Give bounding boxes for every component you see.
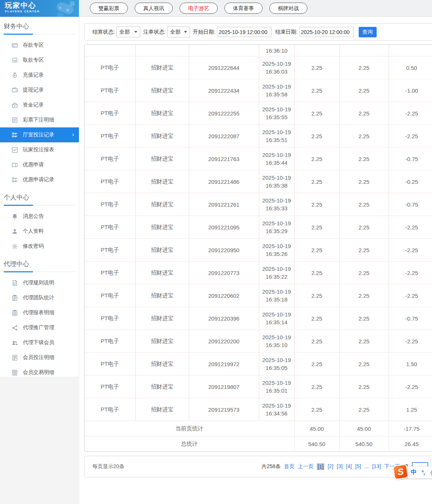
cell-order-no: 2091221486 bbox=[189, 170, 259, 193]
sidebar-item-promo-apply[interactable]: 优惠申请 bbox=[0, 157, 79, 172]
sidebar-item-notice[interactable]: 消息公告 bbox=[0, 209, 79, 224]
page-number-current[interactable]: [1] bbox=[317, 463, 324, 470]
sidebar-item-promo-apply-record[interactable]: 优惠申请记录 bbox=[0, 172, 79, 187]
start-date-label: 开始日期: bbox=[193, 29, 215, 35]
cell-valid: 2.25 bbox=[339, 375, 389, 398]
document-icon bbox=[11, 279, 18, 286]
cell-game: PT电子 bbox=[85, 330, 135, 353]
sidebar-item-funds-record[interactable]: 资金记录 bbox=[0, 98, 79, 112]
page-number[interactable]: [13] bbox=[372, 463, 381, 470]
cell-game: PT电子 bbox=[85, 307, 135, 330]
sogou-logo-icon[interactable]: S bbox=[393, 464, 409, 480]
ime-language-toggle[interactable]: 中 bbox=[411, 469, 417, 476]
cell-winloss: -2.25 bbox=[389, 216, 432, 239]
tab-lottery[interactable]: 雙赢彩票 bbox=[90, 3, 128, 14]
sidebar-item-agent-rules[interactable]: 代理规则说明 bbox=[0, 275, 79, 290]
end-date-label: 结束日期: bbox=[275, 29, 298, 35]
page-number[interactable]: [3] bbox=[337, 463, 343, 470]
sidebar-item-password[interactable]: 修改密码 bbox=[0, 239, 79, 254]
sidebar-item-deposit[interactable]: 存款专区 bbox=[0, 38, 79, 53]
sidebar-item-hall-bet-record[interactable]: 厅室投注记录› bbox=[0, 127, 79, 142]
tab-slots[interactable]: 电子游艺 bbox=[180, 3, 218, 14]
cell-winloss: 1.25 bbox=[389, 398, 432, 421]
document-list-icon bbox=[11, 354, 18, 361]
tab-sports[interactable]: 体育赛事 bbox=[224, 3, 263, 14]
cell-product: 招财进宝 bbox=[135, 375, 189, 398]
chevron-right-icon: › bbox=[72, 132, 74, 137]
sidebar-item-label: 代理规则说明 bbox=[23, 279, 54, 286]
table-row: PT电子招财进宝20912217632025-10-1916:35:442.25… bbox=[85, 148, 432, 170]
sidebar-item-label: 会员交易明细 bbox=[23, 369, 54, 376]
bank-icon bbox=[11, 102, 18, 108]
withdraw-hand-icon bbox=[11, 57, 18, 64]
cell-bet: 2.25 bbox=[294, 353, 339, 375]
cell-bet: 2.25 bbox=[294, 216, 339, 239]
order-status-label: 注单状态: bbox=[143, 29, 166, 35]
cell-order-no: 2091220200 bbox=[189, 330, 259, 353]
cell-order-no: 2091221763 bbox=[189, 148, 259, 170]
sidebar-item-profile[interactable]: 个人资料 bbox=[0, 224, 79, 239]
cell-valid: 2.25 bbox=[339, 284, 389, 307]
cell-valid: 2.25 bbox=[339, 262, 389, 284]
cell-game: PT电子 bbox=[85, 170, 135, 193]
sidebar-item-withdraw[interactable]: 取款专区 bbox=[0, 53, 79, 68]
table-row: PT电子招财进宝20912203962025-10-1916:35:142.25… bbox=[85, 307, 432, 330]
tab-board-games[interactable]: 棋牌对战 bbox=[269, 3, 307, 14]
page-number[interactable]: [2] bbox=[328, 463, 334, 470]
page-first-link[interactable]: 首页 bbox=[284, 463, 294, 470]
document-lines-icon bbox=[11, 117, 18, 123]
sidebar-item-member-bet-detail[interactable]: 会员投注明细 bbox=[0, 350, 79, 365]
sidebar-item-lottery-bet-detail[interactable]: 彩票下注明细 bbox=[0, 112, 79, 127]
cell-product: 招财进宝 bbox=[135, 170, 189, 193]
cell-game: PT电子 bbox=[85, 79, 135, 102]
cell-date: 2025-10-1916:35:10 bbox=[259, 330, 294, 353]
table-row: PT电子招财进宝20912212612025-10-1916:35:332.25… bbox=[85, 193, 432, 216]
settle-status-select[interactable]: 全部 bbox=[116, 27, 140, 37]
sidebar-item-recharge-record[interactable]: 充值记录 bbox=[0, 68, 79, 83]
cell-winloss: -2.25 bbox=[389, 375, 432, 398]
stats-valid: 540.50 bbox=[339, 436, 389, 452]
cell-date: 2025-10-1916:35:58 bbox=[259, 79, 294, 102]
table-row: PT电子招财进宝20912195732025-10-1916:34:562.25… bbox=[85, 398, 432, 421]
cell-bet: 2.25 bbox=[294, 398, 339, 421]
sidebar-item-label: 提现记录 bbox=[23, 87, 44, 93]
page-number[interactable]: [5] bbox=[355, 463, 361, 470]
cell-winloss: -2.25 bbox=[389, 125, 432, 148]
page-prev-link[interactable]: 上一页 bbox=[298, 463, 313, 470]
sidebar-item-member-trade-detail[interactable]: 会员交易明细 bbox=[0, 365, 79, 380]
query-button[interactable]: 查询 bbox=[359, 27, 377, 37]
filter-bar: 结算状态: 全部 注单状态: 全部 开始日期: 结束日期: 查询 bbox=[84, 23, 432, 41]
table-row: PT电子招财进宝20912226442025-10-1916:36:032.25… bbox=[85, 56, 432, 79]
tab-live[interactable]: 真人视讯 bbox=[135, 3, 173, 14]
clipboard-report-icon bbox=[11, 309, 18, 316]
ime-punctuation-toggle[interactable]: °, bbox=[422, 469, 425, 476]
sidebar-item-agent-promote[interactable]: 代理推广管理 bbox=[0, 320, 79, 335]
cell-date: 2025-10-1916:36:03 bbox=[259, 56, 294, 79]
deposit-card-icon bbox=[11, 42, 18, 49]
cell-order-no: 2091220396 bbox=[189, 307, 259, 330]
sidebar-item-label: 优惠申请记录 bbox=[23, 176, 54, 183]
sidebar-item-label: 厅室投注记录 bbox=[23, 132, 54, 138]
chevron-down-icon bbox=[134, 31, 137, 33]
page-ellipsis: ... bbox=[364, 463, 369, 470]
microphone-icon[interactable] bbox=[429, 470, 432, 476]
order-status-select[interactable]: 全部 bbox=[167, 27, 190, 37]
start-date-input[interactable] bbox=[217, 27, 272, 37]
sidebar-item-agent-report-detail[interactable]: 代理报表明细 bbox=[0, 305, 79, 320]
cell-bet: 2.25 bbox=[294, 262, 339, 284]
sidebar-item-agent-members[interactable]: 代理下级会员 bbox=[0, 335, 79, 350]
page-number[interactable]: [4] bbox=[346, 463, 352, 470]
cell-game: PT电子 bbox=[85, 216, 135, 239]
end-date-input[interactable] bbox=[299, 27, 354, 37]
sidebar-item-label: 消息公告 bbox=[23, 213, 44, 220]
sidebar-item-agent-team-stats[interactable]: 代理团队统计 bbox=[0, 290, 79, 305]
table-row: PT电子招财进宝20912199722025-10-1916:35:052.25… bbox=[85, 353, 432, 375]
total-count: 共258条 bbox=[261, 463, 281, 470]
bet-records-table: 16:36:10PT电子招财进宝20912226442025-10-1916:3… bbox=[84, 44, 432, 452]
sidebar-item-player-bet-report[interactable]: 玩家投注报表 bbox=[0, 142, 79, 157]
cell-bet: 2.25 bbox=[294, 330, 339, 353]
category-tabbar: 雙赢彩票真人视讯电子游艺体育赛事棋牌对战 bbox=[79, 0, 432, 17]
cell-winloss: -2.25 bbox=[389, 102, 432, 125]
cell-order-no: 2091222644 bbox=[189, 56, 259, 79]
sidebar-item-withdraw-record[interactable]: 提现记录 bbox=[0, 83, 79, 98]
